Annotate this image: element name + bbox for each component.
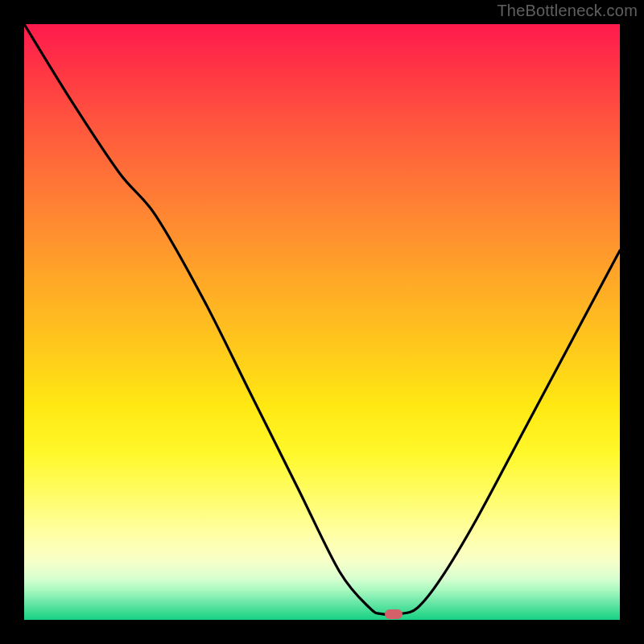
optimum-marker <box>385 609 402 619</box>
watermark-text: TheBottleneck.com <box>497 2 638 20</box>
plot-area <box>24 24 620 620</box>
chart-frame: TheBottleneck.com <box>0 0 644 644</box>
bottleneck-curve <box>24 24 620 620</box>
